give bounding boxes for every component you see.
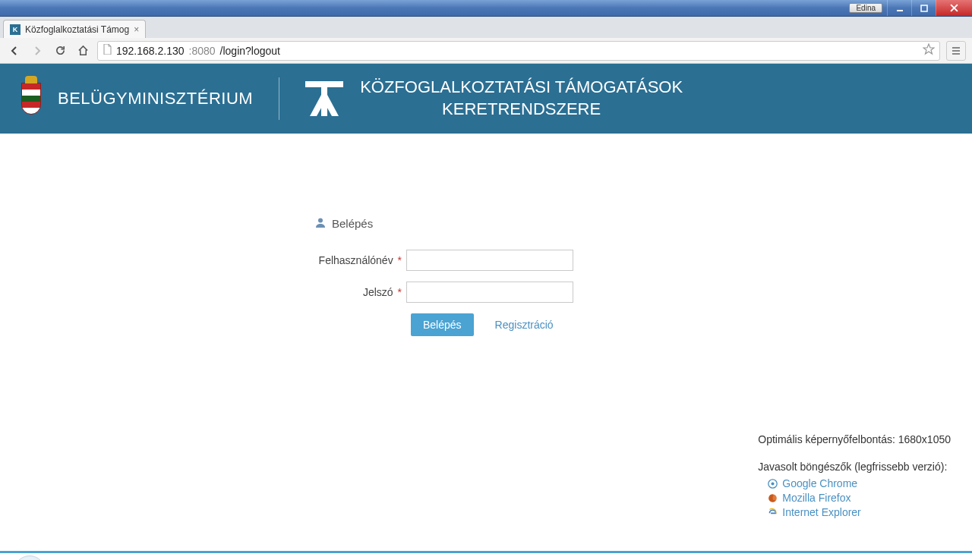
register-link[interactable]: Regisztráció: [495, 319, 554, 331]
login-heading-text: Belépés: [332, 217, 373, 230]
nav-back-button[interactable]: [6, 42, 23, 59]
resolution-info: Optimális képernyőfelbontás: 1680x1050: [758, 433, 951, 445]
os-titlebar: Edina: [0, 0, 972, 17]
required-marker: *: [395, 286, 402, 298]
browser-link-ie[interactable]: Internet Explorer: [767, 506, 951, 518]
browser-link-label: Mozilla Firefox: [782, 492, 850, 504]
browser-tab[interactable]: K Közfoglalkoztatási Támog ×: [3, 20, 146, 38]
os-maximize-button[interactable]: [911, 0, 936, 16]
address-bar[interactable]: 192.168.2.130:8080/login?logout: [97, 41, 940, 61]
browser-tab-strip: K Közfoglalkoztatási Támog ×: [0, 17, 972, 38]
favicon-icon: K: [10, 24, 21, 35]
page-header: BELÜGYMINISZTÉRIUM KÖZFOGLALKOZTATÁSI TÁ…: [0, 64, 972, 134]
page-footer: NFSZ Nemzeti Foglalkoztatási Szolgálat: [0, 551, 972, 560]
svg-point-8: [771, 482, 774, 485]
os-close-button[interactable]: [936, 0, 972, 16]
app-logo-icon: [305, 81, 343, 116]
password-row: Jelszó *: [308, 282, 664, 303]
url-port: :8080: [189, 45, 216, 57]
url-host: 192.168.2.130: [116, 45, 185, 57]
url-path: /login?logout: [220, 45, 280, 57]
svg-point-6: [318, 219, 323, 223]
login-actions: Belépés Regisztráció: [411, 313, 664, 336]
firefox-icon: [767, 493, 778, 503]
user-icon: [315, 217, 326, 230]
username-row: Felhasználónév *: [308, 250, 664, 271]
password-label: Jelszó *: [308, 286, 406, 298]
browser-link-label: Google Chrome: [782, 477, 857, 489]
app-title: KÖZFOGLALKOZTATÁSI TÁMOGATÁSOK KERETREND…: [360, 77, 683, 120]
nav-forward-button[interactable]: [29, 42, 46, 59]
page-icon: [103, 44, 112, 57]
bookmark-star-icon[interactable]: [923, 43, 935, 58]
login-panel: Belépés Felhasználónév * Jelszó * Belépé…: [308, 217, 664, 336]
svg-rect-1: [921, 5, 927, 11]
required-marker: *: [395, 254, 402, 266]
nfsz-logo-icon: NFSZ: [14, 555, 46, 561]
hungary-crest-icon: [21, 83, 41, 115]
header-divider: [279, 77, 279, 120]
login-heading: Belépés: [308, 217, 664, 230]
app-title-line1: KÖZFOGLALKOZTATÁSI TÁMOGATÁSOK: [360, 77, 683, 99]
svg-rect-0: [897, 10, 903, 11]
login-button[interactable]: Belépés: [411, 313, 474, 336]
ministry-label: BELÜGYMINISZTÉRIUM: [58, 89, 253, 109]
browser-toolbar: 192.168.2.130:8080/login?logout: [0, 38, 972, 64]
password-input[interactable]: [406, 282, 573, 303]
nav-reload-button[interactable]: [52, 42, 68, 59]
browser-tab-title: Közfoglalkoztatási Támog: [25, 24, 129, 35]
os-minimize-button[interactable]: [887, 0, 911, 16]
side-info: Optimális képernyőfelbontás: 1680x1050 J…: [758, 433, 951, 521]
nav-home-button[interactable]: [74, 42, 91, 59]
browser-menu-button[interactable]: [946, 41, 966, 61]
username-input[interactable]: [406, 250, 573, 271]
app-title-line2: KERETRENDSZERE: [360, 99, 683, 121]
page-content: Belépés Felhasználónév * Jelszó * Belépé…: [0, 217, 972, 551]
browser-link-chrome[interactable]: Google Chrome: [767, 477, 951, 489]
chrome-icon: [767, 479, 778, 489]
tab-close-icon[interactable]: ×: [134, 24, 139, 35]
browser-list: Google Chrome Mozilla Firefox Internet E…: [758, 477, 951, 518]
ie-icon: [767, 508, 778, 518]
browsers-heading: Javasolt böngészők (legfrissebb verzió):: [758, 461, 951, 473]
browser-link-label: Internet Explorer: [782, 506, 861, 518]
os-user-badge: Edina: [849, 3, 882, 13]
username-label: Felhasználónév *: [308, 254, 406, 266]
browser-link-firefox[interactable]: Mozilla Firefox: [767, 492, 951, 504]
